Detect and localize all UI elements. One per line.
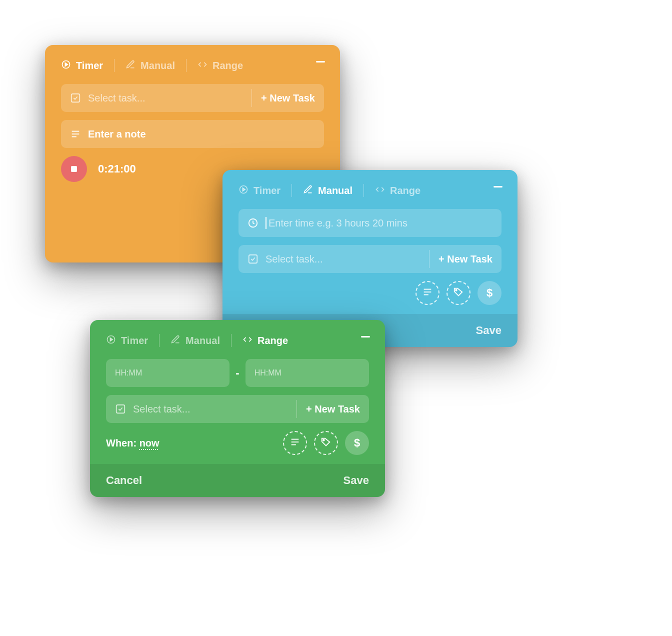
- time-input-field[interactable]: Enter time e.g. 3 hours 20 mins: [238, 209, 502, 237]
- range-card: Timer Manual Range HH:MM - HH:MM Select …: [90, 320, 385, 497]
- when-label: When:: [106, 438, 140, 448]
- tab-label: Range: [212, 60, 243, 72]
- tab-manual[interactable]: Manual: [170, 334, 220, 347]
- save-button[interactable]: Save: [476, 324, 502, 337]
- select-task-field[interactable]: Select task... + New Task: [61, 84, 324, 112]
- tab-separator: [231, 334, 232, 347]
- play-circle-icon: [106, 334, 116, 347]
- clock-icon: [248, 218, 258, 228]
- tab-label: Manual: [140, 60, 175, 72]
- tab-timer[interactable]: Timer: [61, 60, 103, 72]
- note-lines-icon: [422, 286, 433, 300]
- svg-point-11: [456, 290, 457, 291]
- dollar-icon: $: [354, 436, 360, 450]
- tab-range[interactable]: Range: [198, 60, 243, 72]
- tab-label: Range: [390, 185, 420, 196]
- range-icon: [375, 184, 385, 197]
- tab-manual[interactable]: Manual: [303, 184, 352, 197]
- tab-label: Manual: [318, 185, 352, 196]
- tabs: Timer Manual Range: [238, 184, 502, 197]
- range-icon: [242, 334, 252, 347]
- note-field[interactable]: Enter a note: [61, 120, 324, 148]
- stop-button[interactable]: [61, 156, 87, 182]
- end-time-field[interactable]: HH:MM: [246, 359, 369, 387]
- select-task-placeholder: Select task...: [133, 404, 288, 415]
- minimize-button[interactable]: [316, 61, 325, 62]
- tab-separator: [159, 334, 160, 347]
- check-square-icon: [70, 92, 81, 104]
- tab-timer[interactable]: Timer: [238, 184, 280, 197]
- save-button[interactable]: Save: [344, 474, 369, 487]
- minimize-button[interactable]: [361, 336, 370, 338]
- new-task-button[interactable]: + New Task: [306, 404, 360, 415]
- action-row: When: now $: [106, 431, 369, 455]
- tag-button[interactable]: [446, 281, 470, 305]
- note-placeholder: Enter a note: [88, 128, 315, 140]
- tab-timer[interactable]: Timer: [106, 334, 148, 347]
- select-task-field[interactable]: Select task... + New Task: [106, 395, 369, 423]
- note-lines-icon: [70, 128, 81, 140]
- range-icon: [198, 60, 208, 72]
- field-separator: [429, 250, 430, 268]
- tab-separator: [186, 59, 186, 72]
- tabs: Timer Manual Range: [106, 334, 369, 347]
- tag-button[interactable]: [314, 431, 338, 455]
- icon-buttons: $: [283, 431, 369, 455]
- note-button[interactable]: [283, 431, 307, 455]
- minimize-button[interactable]: [494, 186, 502, 188]
- field-separator: [296, 400, 297, 418]
- timer-value: 0:21:00: [98, 162, 136, 176]
- edit-icon: [126, 60, 136, 72]
- tab-range[interactable]: Range: [242, 334, 288, 347]
- tab-label: Range: [258, 335, 288, 346]
- range-dash: -: [236, 366, 239, 380]
- billable-button[interactable]: $: [478, 281, 502, 305]
- cancel-button[interactable]: Cancel: [106, 474, 142, 487]
- tab-label: Timer: [121, 335, 148, 346]
- tab-separator: [364, 184, 364, 197]
- when-selector[interactable]: When: now: [106, 438, 160, 449]
- tab-label: Timer: [254, 185, 280, 196]
- select-task-placeholder: Select task...: [88, 92, 242, 104]
- when-value: now: [140, 438, 160, 448]
- check-square-icon: [115, 404, 126, 414]
- time-range-row: HH:MM - HH:MM: [106, 359, 369, 387]
- new-task-button[interactable]: + New Task: [261, 92, 315, 104]
- tab-label: Manual: [186, 335, 220, 346]
- new-task-button[interactable]: + New Task: [438, 254, 492, 265]
- tabs: Timer Manual Range: [61, 59, 324, 72]
- tab-label: Timer: [76, 60, 103, 72]
- select-task-placeholder: Select task...: [266, 254, 420, 265]
- field-separator: [252, 89, 252, 107]
- play-circle-icon: [238, 184, 248, 197]
- card-footer: Cancel Save: [90, 464, 385, 497]
- svg-rect-1: [72, 94, 80, 102]
- action-row: $: [238, 281, 502, 305]
- tab-separator: [114, 59, 114, 72]
- svg-rect-7: [249, 255, 258, 264]
- tab-separator: [292, 184, 292, 197]
- text-cursor: [266, 217, 266, 229]
- stop-icon: [71, 166, 77, 172]
- icon-buttons: $: [416, 281, 502, 305]
- edit-icon: [303, 184, 313, 197]
- select-task-field[interactable]: Select task... + New Task: [238, 245, 502, 273]
- edit-icon: [170, 334, 180, 347]
- note-lines-icon: [290, 436, 300, 450]
- time-placeholder: Enter time e.g. 3 hours 20 mins: [268, 218, 492, 229]
- tag-icon: [320, 436, 332, 450]
- billable-button[interactable]: $: [345, 431, 369, 455]
- start-time-field[interactable]: HH:MM: [106, 359, 230, 387]
- svg-point-17: [323, 440, 324, 441]
- note-button[interactable]: [416, 281, 440, 305]
- tab-range[interactable]: Range: [375, 184, 420, 197]
- end-placeholder: HH:MM: [254, 368, 360, 378]
- start-placeholder: HH:MM: [115, 368, 220, 378]
- tag-icon: [453, 286, 464, 300]
- dollar-icon: $: [486, 286, 492, 300]
- svg-rect-13: [116, 405, 125, 414]
- check-square-icon: [248, 254, 258, 264]
- play-circle-icon: [61, 60, 71, 72]
- tab-manual[interactable]: Manual: [126, 60, 175, 72]
